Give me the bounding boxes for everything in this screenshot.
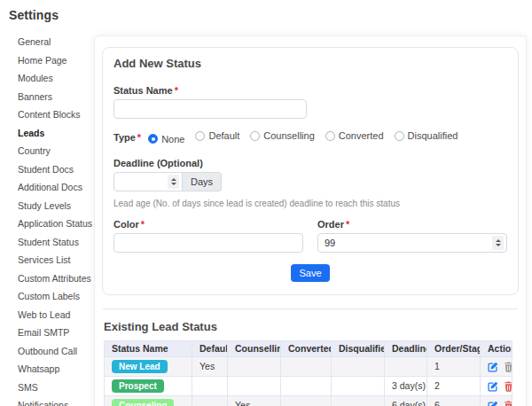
status-badge: Prospect bbox=[112, 379, 164, 393]
sidebar-item-email-smtp[interactable]: Email SMTP bbox=[0, 324, 94, 342]
sidebar-item-services-list[interactable]: Services List bbox=[0, 251, 94, 269]
required-asterisk: * bbox=[137, 132, 141, 143]
existing-status-table: Status NameDefaultCounsellingConvertedDi… bbox=[104, 340, 512, 406]
order-number-wrap bbox=[317, 233, 507, 253]
default-cell bbox=[192, 395, 228, 406]
sidebar-nav: GeneralHome PageModulesBannersContent Bl… bbox=[0, 33, 94, 406]
edit-icon[interactable] bbox=[488, 401, 498, 406]
spinner-down-icon[interactable] bbox=[496, 244, 501, 246]
actions-cell bbox=[481, 376, 512, 395]
deadline-cell: 3 day(s) bbox=[385, 376, 427, 395]
leads-settings-panel: Add New Status Status Name* Type* NoneDe… bbox=[94, 35, 527, 406]
status-name-input[interactable] bbox=[113, 99, 307, 119]
status-name-cell: Counseling bbox=[105, 395, 192, 406]
order-field: Order* bbox=[317, 219, 507, 253]
page-title: Settings bbox=[9, 8, 94, 22]
type-radio-disqualified[interactable]: Disqualified bbox=[395, 130, 458, 141]
disqualified-cell bbox=[332, 356, 385, 376]
type-radio-label: None bbox=[161, 134, 184, 144]
order-stage-cell: 1 bbox=[427, 356, 481, 376]
sidebar-item-sms[interactable]: SMS bbox=[0, 379, 94, 397]
spinner-up-icon[interactable] bbox=[171, 178, 176, 181]
type-field: Type* NoneDefaultCounsellingConvertedDis… bbox=[113, 130, 507, 144]
number-spinner-icon[interactable] bbox=[492, 236, 504, 250]
sidebar-item-banners[interactable]: Banners bbox=[0, 88, 94, 106]
section-divider bbox=[103, 308, 518, 309]
sidebar-item-custom-labels[interactable]: Custom Labels bbox=[0, 287, 94, 306]
type-radio-label: Disqualified bbox=[408, 130, 458, 141]
required-asterisk: * bbox=[141, 219, 145, 230]
type-radio-label: Converted bbox=[339, 130, 384, 141]
save-button[interactable]: Save bbox=[291, 264, 329, 282]
sidebar-item-student-status[interactable]: Student Status bbox=[0, 233, 94, 252]
sidebar-item-whatsapp[interactable]: Whatsapp bbox=[0, 360, 94, 379]
required-asterisk: * bbox=[346, 219, 349, 230]
converted-cell bbox=[281, 356, 332, 376]
deadline-cell: 6 day(s) bbox=[385, 395, 427, 406]
sidebar-item-outbound-call[interactable]: Outbound Call bbox=[0, 342, 94, 361]
type-radio-default[interactable]: Default bbox=[195, 130, 239, 141]
status-name-cell: Prospect bbox=[105, 376, 192, 395]
table-header-row: Status NameDefaultCounsellingConvertedDi… bbox=[105, 340, 512, 356]
column-header-converted: Converted bbox=[281, 340, 332, 356]
main-content: Add New Status Status Name* Type* NoneDe… bbox=[94, 35, 527, 406]
column-header-actions: Actions bbox=[481, 340, 512, 356]
edit-icon[interactable] bbox=[488, 362, 498, 372]
table-row-counseling: CounselingYes6 day(s)6 bbox=[105, 395, 512, 406]
delete-icon[interactable] bbox=[504, 381, 512, 392]
radio-unselected-icon[interactable] bbox=[395, 131, 404, 141]
counselling-cell bbox=[228, 376, 281, 395]
column-header-deadline: Deadline bbox=[385, 340, 427, 356]
radio-unselected-icon[interactable] bbox=[195, 131, 205, 141]
type-radio-label: Default bbox=[208, 130, 239, 141]
sidebar-item-modules[interactable]: Modules bbox=[0, 69, 94, 88]
order-stage-cell: 2 bbox=[427, 376, 481, 395]
sidebar-item-application-status[interactable]: Application Status bbox=[0, 215, 94, 233]
type-radio-counselling[interactable]: Counselling bbox=[250, 130, 314, 141]
sidebar-item-student-docs[interactable]: Student Docs bbox=[0, 160, 94, 179]
radio-selected-icon[interactable] bbox=[148, 134, 158, 144]
converted-cell bbox=[281, 376, 332, 395]
sidebar-item-content-blocks[interactable]: Content Blocks bbox=[0, 105, 94, 124]
sidebar-item-study-levels[interactable]: Study Levels bbox=[0, 197, 94, 215]
sidebar-item-custom-attributes[interactable]: Custom Attributes bbox=[0, 269, 94, 288]
type-radio-none[interactable]: None bbox=[148, 134, 184, 144]
sidebar-item-general[interactable]: General bbox=[0, 33, 94, 51]
default-cell bbox=[192, 376, 228, 395]
type-radio-converted[interactable]: Converted bbox=[325, 130, 384, 141]
required-asterisk: * bbox=[175, 85, 178, 96]
sidebar-item-country[interactable]: Country bbox=[0, 142, 94, 160]
radio-dot bbox=[152, 137, 155, 141]
table-row-new-lead: New LeadYes1 bbox=[105, 356, 512, 376]
type-label: Type* bbox=[113, 132, 141, 143]
radio-unselected-icon[interactable] bbox=[325, 131, 335, 141]
status-name-label: Status Name* bbox=[113, 85, 507, 96]
sidebar-item-leads[interactable]: Leads bbox=[0, 124, 94, 143]
order-input[interactable] bbox=[317, 233, 507, 253]
edit-icon[interactable] bbox=[488, 381, 498, 392]
type-options: NoneDefaultCounsellingConvertedDisqualif… bbox=[148, 130, 468, 144]
status-badge: Counseling bbox=[112, 399, 174, 406]
sidebar-item-home-page[interactable]: Home Page bbox=[0, 51, 94, 70]
sidebar-item-notifications[interactable]: Notifications bbox=[0, 396, 94, 406]
days-addon: Days bbox=[183, 172, 222, 191]
existing-status-title: Existing Lead Status bbox=[104, 320, 519, 333]
spinner-up-icon[interactable] bbox=[496, 239, 501, 242]
spinner-down-icon[interactable] bbox=[171, 183, 176, 185]
settings-sidebar: Settings GeneralHome PageModulesBannersC… bbox=[0, 0, 94, 406]
color-input[interactable] bbox=[113, 233, 303, 253]
number-spinner-icon[interactable] bbox=[168, 175, 179, 189]
table-body: New LeadYes1Prospect3 day(s)2CounselingY… bbox=[105, 356, 512, 406]
type-radio-label: Counselling bbox=[263, 130, 314, 141]
delete-icon[interactable] bbox=[504, 362, 512, 372]
deadline-input-group: Days bbox=[113, 172, 507, 191]
deadline-cell bbox=[385, 356, 427, 376]
delete-icon[interactable] bbox=[504, 401, 512, 406]
sidebar-item-additional-docs[interactable]: Additional Docs bbox=[0, 178, 94, 197]
actions-cell bbox=[481, 395, 512, 406]
sidebar-item-web-to-lead[interactable]: Web to Lead bbox=[0, 306, 94, 324]
color-order-row: Color* Order* bbox=[113, 219, 507, 253]
counselling-cell bbox=[228, 356, 281, 376]
radio-unselected-icon[interactable] bbox=[250, 131, 260, 141]
column-header-counselling: Counselling bbox=[228, 340, 281, 356]
